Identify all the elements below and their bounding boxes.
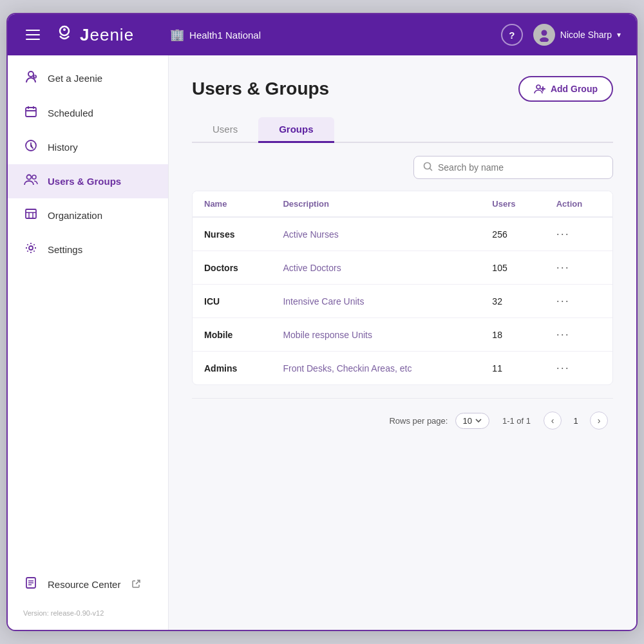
table-row: Doctors Active Doctors 105 ···	[193, 251, 612, 285]
logo-icon	[53, 23, 76, 46]
get-a-jeenie-icon	[23, 70, 39, 87]
cell-name: Admins	[193, 352, 271, 385]
sidebar-item-history[interactable]: History	[8, 130, 168, 164]
add-group-icon	[534, 83, 545, 95]
help-button[interactable]: ?	[501, 24, 523, 46]
pagination-next-button[interactable]: ›	[590, 412, 608, 430]
users-groups-icon	[23, 173, 39, 189]
footer-divider	[192, 398, 613, 399]
cell-description: Intensive Care Units	[271, 285, 480, 318]
org-selector[interactable]: 🏢 Health1 National	[170, 28, 261, 42]
svg-rect-10	[26, 209, 36, 218]
organization-icon	[23, 207, 39, 223]
table-row: Admins Front Desks, Checkin Areas, etc 1…	[193, 352, 612, 385]
col-description: Description	[271, 191, 480, 217]
rows-per-page-value: 10	[462, 416, 471, 426]
action-menu-button[interactable]: ···	[545, 285, 612, 318]
cell-description: Front Desks, Checkin Areas, etc	[271, 352, 480, 385]
cell-users: 18	[480, 318, 544, 352]
search-box	[413, 156, 613, 179]
svg-point-1	[63, 28, 66, 31]
user-menu[interactable]: Nicole Sharp ▾	[533, 24, 621, 46]
sidebar-item-label: Settings	[48, 244, 82, 255]
tabs: Users Groups	[192, 117, 613, 143]
avatar-icon	[537, 28, 551, 42]
sidebar-item-label: History	[48, 142, 78, 153]
calendar-icon	[23, 105, 39, 121]
sidebar-item-label: Get a Jeenie	[48, 73, 102, 84]
svg-point-3	[540, 37, 549, 42]
action-menu-button[interactable]: ···	[545, 318, 612, 352]
version-label: Version: release-0.90-v12	[8, 601, 168, 625]
groups-table: Name Description Users Action Nurses Act…	[192, 191, 613, 385]
sidebar-item-label: Resource Center	[48, 579, 120, 590]
svg-point-13	[536, 85, 540, 89]
sidebar-item-users-groups[interactable]: Users & Groups	[8, 164, 168, 198]
external-link-icon	[132, 580, 140, 590]
sidebar-item-organization[interactable]: Organization	[8, 198, 168, 232]
org-name: Health1 National	[189, 30, 261, 41]
col-action: Action	[545, 191, 612, 217]
table-row: Nurses Active Nurses 256 ···	[193, 217, 612, 251]
username: Nicole Sharp	[560, 30, 612, 40]
cell-users: 11	[480, 352, 544, 385]
main-header-row: Users & Groups Add Group	[192, 76, 613, 102]
avatar	[533, 24, 555, 46]
body: Get a Jeenie Scheduled History Users & G…	[8, 55, 636, 630]
rows-per-page-select[interactable]: 10	[455, 413, 489, 429]
search-row	[192, 156, 613, 179]
cell-name: Doctors	[193, 251, 271, 285]
history-icon	[23, 139, 39, 155]
col-name: Name	[193, 191, 271, 217]
cell-name: Nurses	[193, 217, 271, 251]
main-content: Users & Groups Add Group Users Groups	[169, 55, 636, 630]
cell-name: Mobile	[193, 318, 271, 352]
sidebar: Get a Jeenie Scheduled History Users & G…	[8, 55, 169, 630]
sidebar-item-label: Organization	[48, 210, 102, 221]
action-menu-button[interactable]: ···	[545, 251, 612, 285]
table-row: ICU Intensive Care Units 32 ···	[193, 285, 612, 318]
sidebar-item-settings[interactable]: Settings	[8, 232, 168, 267]
search-input[interactable]	[438, 162, 603, 173]
logo: Jeenie	[53, 23, 134, 46]
svg-point-2	[541, 30, 547, 36]
svg-rect-6	[26, 108, 36, 117]
settings-icon	[23, 242, 39, 258]
table-footer: Rows per page: 10 1-1 of 1 ‹ 1 ›	[192, 401, 613, 432]
sidebar-item-resource-center[interactable]: Resource Center	[8, 567, 168, 601]
add-group-button[interactable]: Add Group	[518, 76, 613, 102]
sidebar-item-label: Users & Groups	[48, 176, 121, 187]
menu-button[interactable]	[23, 27, 43, 43]
cell-users: 105	[480, 251, 544, 285]
cell-description: Active Doctors	[271, 251, 480, 285]
rows-per-page-label: Rows per page:	[389, 416, 448, 426]
table-row: Mobile Mobile response Units 18 ···	[193, 318, 612, 352]
cell-name: ICU	[193, 285, 271, 318]
svg-point-4	[28, 71, 33, 77]
org-icon: 🏢	[170, 28, 184, 42]
svg-point-8	[27, 175, 32, 180]
pagination-prev-button[interactable]: ‹	[544, 412, 562, 430]
search-icon	[423, 162, 433, 173]
col-users: Users	[480, 191, 544, 217]
sidebar-item-label: Scheduled	[48, 108, 93, 118]
header: Jeenie 🏢 Health1 National ? Nicole Sharp…	[8, 14, 636, 55]
app-shell: Jeenie 🏢 Health1 National ? Nicole Sharp…	[6, 13, 638, 631]
sidebar-item-get-a-jeenie[interactable]: Get a Jeenie	[8, 61, 168, 96]
sidebar-item-scheduled[interactable]: Scheduled	[8, 96, 168, 130]
cell-users: 256	[480, 217, 544, 251]
svg-point-11	[29, 246, 33, 250]
svg-point-9	[32, 175, 36, 179]
cell-description: Active Nurses	[271, 217, 480, 251]
tab-groups[interactable]: Groups	[258, 117, 334, 143]
action-menu-button[interactable]: ···	[545, 217, 612, 251]
cell-description: Mobile response Units	[271, 318, 480, 352]
tab-users[interactable]: Users	[192, 117, 258, 143]
pagination-current-page: 1	[569, 416, 582, 426]
action-menu-button[interactable]: ···	[545, 352, 612, 385]
page-title: Users & Groups	[192, 79, 329, 99]
user-chevron-icon: ▾	[617, 30, 621, 39]
logo-text: Jeenie	[80, 25, 134, 45]
rows-select-chevron-icon	[475, 417, 482, 424]
pagination-info: 1-1 of 1	[502, 416, 531, 426]
